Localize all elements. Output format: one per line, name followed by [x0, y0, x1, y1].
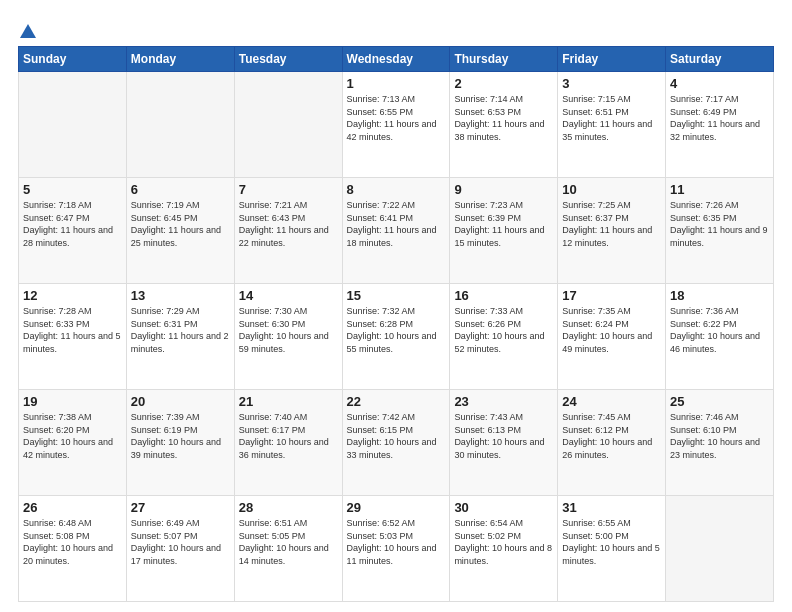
- day-info: Sunrise: 7:29 AM Sunset: 6:31 PM Dayligh…: [131, 305, 230, 355]
- day-number: 13: [131, 288, 230, 303]
- calendar-cell: 13Sunrise: 7:29 AM Sunset: 6:31 PM Dayli…: [126, 284, 234, 390]
- day-info: Sunrise: 7:33 AM Sunset: 6:26 PM Dayligh…: [454, 305, 553, 355]
- day-number: 16: [454, 288, 553, 303]
- day-info: Sunrise: 6:54 AM Sunset: 5:02 PM Dayligh…: [454, 517, 553, 567]
- day-info: Sunrise: 7:19 AM Sunset: 6:45 PM Dayligh…: [131, 199, 230, 249]
- svg-marker-0: [20, 24, 36, 38]
- calendar-cell: 16Sunrise: 7:33 AM Sunset: 6:26 PM Dayli…: [450, 284, 558, 390]
- calendar-cell: 22Sunrise: 7:42 AM Sunset: 6:15 PM Dayli…: [342, 390, 450, 496]
- day-number: 21: [239, 394, 338, 409]
- calendar-cell: 24Sunrise: 7:45 AM Sunset: 6:12 PM Dayli…: [558, 390, 666, 496]
- calendar-cell: 15Sunrise: 7:32 AM Sunset: 6:28 PM Dayli…: [342, 284, 450, 390]
- logo-icon: [19, 22, 37, 40]
- calendar-cell: 26Sunrise: 6:48 AM Sunset: 5:08 PM Dayli…: [19, 496, 127, 602]
- day-number: 11: [670, 182, 769, 197]
- calendar-cell: 25Sunrise: 7:46 AM Sunset: 6:10 PM Dayli…: [666, 390, 774, 496]
- day-number: 2: [454, 76, 553, 91]
- day-number: 17: [562, 288, 661, 303]
- calendar-cell: [19, 72, 127, 178]
- day-number: 12: [23, 288, 122, 303]
- day-number: 14: [239, 288, 338, 303]
- calendar-cell: 6Sunrise: 7:19 AM Sunset: 6:45 PM Daylig…: [126, 178, 234, 284]
- calendar-cell: 9Sunrise: 7:23 AM Sunset: 6:39 PM Daylig…: [450, 178, 558, 284]
- day-number: 10: [562, 182, 661, 197]
- day-info: Sunrise: 7:22 AM Sunset: 6:41 PM Dayligh…: [347, 199, 446, 249]
- calendar-cell: 27Sunrise: 6:49 AM Sunset: 5:07 PM Dayli…: [126, 496, 234, 602]
- calendar-cell: 30Sunrise: 6:54 AM Sunset: 5:02 PM Dayli…: [450, 496, 558, 602]
- day-info: Sunrise: 7:17 AM Sunset: 6:49 PM Dayligh…: [670, 93, 769, 143]
- header: [18, 18, 774, 38]
- calendar-cell: [234, 72, 342, 178]
- logo: [18, 22, 38, 38]
- calendar-cell: 4Sunrise: 7:17 AM Sunset: 6:49 PM Daylig…: [666, 72, 774, 178]
- day-info: Sunrise: 6:52 AM Sunset: 5:03 PM Dayligh…: [347, 517, 446, 567]
- day-info: Sunrise: 7:18 AM Sunset: 6:47 PM Dayligh…: [23, 199, 122, 249]
- calendar-week-row: 26Sunrise: 6:48 AM Sunset: 5:08 PM Dayli…: [19, 496, 774, 602]
- day-number: 30: [454, 500, 553, 515]
- calendar-table: SundayMondayTuesdayWednesdayThursdayFrid…: [18, 46, 774, 602]
- calendar-cell: 10Sunrise: 7:25 AM Sunset: 6:37 PM Dayli…: [558, 178, 666, 284]
- day-info: Sunrise: 7:21 AM Sunset: 6:43 PM Dayligh…: [239, 199, 338, 249]
- day-number: 3: [562, 76, 661, 91]
- day-number: 4: [670, 76, 769, 91]
- day-info: Sunrise: 7:42 AM Sunset: 6:15 PM Dayligh…: [347, 411, 446, 461]
- day-number: 18: [670, 288, 769, 303]
- calendar-week-row: 5Sunrise: 7:18 AM Sunset: 6:47 PM Daylig…: [19, 178, 774, 284]
- day-info: Sunrise: 7:26 AM Sunset: 6:35 PM Dayligh…: [670, 199, 769, 249]
- calendar-cell: 29Sunrise: 6:52 AM Sunset: 5:03 PM Dayli…: [342, 496, 450, 602]
- calendar-cell: 19Sunrise: 7:38 AM Sunset: 6:20 PM Dayli…: [19, 390, 127, 496]
- day-number: 7: [239, 182, 338, 197]
- day-info: Sunrise: 7:39 AM Sunset: 6:19 PM Dayligh…: [131, 411, 230, 461]
- day-number: 31: [562, 500, 661, 515]
- day-info: Sunrise: 7:25 AM Sunset: 6:37 PM Dayligh…: [562, 199, 661, 249]
- day-info: Sunrise: 7:35 AM Sunset: 6:24 PM Dayligh…: [562, 305, 661, 355]
- day-info: Sunrise: 7:45 AM Sunset: 6:12 PM Dayligh…: [562, 411, 661, 461]
- calendar-week-row: 19Sunrise: 7:38 AM Sunset: 6:20 PM Dayli…: [19, 390, 774, 496]
- day-info: Sunrise: 7:30 AM Sunset: 6:30 PM Dayligh…: [239, 305, 338, 355]
- calendar-cell: 14Sunrise: 7:30 AM Sunset: 6:30 PM Dayli…: [234, 284, 342, 390]
- calendar-cell: 8Sunrise: 7:22 AM Sunset: 6:41 PM Daylig…: [342, 178, 450, 284]
- calendar-cell: 2Sunrise: 7:14 AM Sunset: 6:53 PM Daylig…: [450, 72, 558, 178]
- day-info: Sunrise: 7:23 AM Sunset: 6:39 PM Dayligh…: [454, 199, 553, 249]
- calendar-week-row: 1Sunrise: 7:13 AM Sunset: 6:55 PM Daylig…: [19, 72, 774, 178]
- calendar-cell: [126, 72, 234, 178]
- header-saturday: Saturday: [666, 47, 774, 72]
- day-number: 15: [347, 288, 446, 303]
- day-number: 25: [670, 394, 769, 409]
- calendar-cell: 21Sunrise: 7:40 AM Sunset: 6:17 PM Dayli…: [234, 390, 342, 496]
- calendar-header-row: SundayMondayTuesdayWednesdayThursdayFrid…: [19, 47, 774, 72]
- day-number: 8: [347, 182, 446, 197]
- day-number: 9: [454, 182, 553, 197]
- calendar-cell: 28Sunrise: 6:51 AM Sunset: 5:05 PM Dayli…: [234, 496, 342, 602]
- day-number: 20: [131, 394, 230, 409]
- day-number: 27: [131, 500, 230, 515]
- day-info: Sunrise: 7:38 AM Sunset: 6:20 PM Dayligh…: [23, 411, 122, 461]
- day-info: Sunrise: 7:13 AM Sunset: 6:55 PM Dayligh…: [347, 93, 446, 143]
- calendar-cell: 18Sunrise: 7:36 AM Sunset: 6:22 PM Dayli…: [666, 284, 774, 390]
- header-friday: Friday: [558, 47, 666, 72]
- day-number: 19: [23, 394, 122, 409]
- day-number: 5: [23, 182, 122, 197]
- day-info: Sunrise: 7:14 AM Sunset: 6:53 PM Dayligh…: [454, 93, 553, 143]
- calendar-cell: 7Sunrise: 7:21 AM Sunset: 6:43 PM Daylig…: [234, 178, 342, 284]
- calendar-cell: 12Sunrise: 7:28 AM Sunset: 6:33 PM Dayli…: [19, 284, 127, 390]
- day-info: Sunrise: 7:43 AM Sunset: 6:13 PM Dayligh…: [454, 411, 553, 461]
- day-info: Sunrise: 7:36 AM Sunset: 6:22 PM Dayligh…: [670, 305, 769, 355]
- header-sunday: Sunday: [19, 47, 127, 72]
- day-number: 22: [347, 394, 446, 409]
- day-number: 28: [239, 500, 338, 515]
- day-number: 29: [347, 500, 446, 515]
- day-number: 24: [562, 394, 661, 409]
- day-info: Sunrise: 6:51 AM Sunset: 5:05 PM Dayligh…: [239, 517, 338, 567]
- day-info: Sunrise: 7:32 AM Sunset: 6:28 PM Dayligh…: [347, 305, 446, 355]
- calendar-cell: 23Sunrise: 7:43 AM Sunset: 6:13 PM Dayli…: [450, 390, 558, 496]
- calendar-cell: 31Sunrise: 6:55 AM Sunset: 5:00 PM Dayli…: [558, 496, 666, 602]
- day-info: Sunrise: 7:46 AM Sunset: 6:10 PM Dayligh…: [670, 411, 769, 461]
- calendar-cell: 17Sunrise: 7:35 AM Sunset: 6:24 PM Dayli…: [558, 284, 666, 390]
- header-tuesday: Tuesday: [234, 47, 342, 72]
- day-number: 26: [23, 500, 122, 515]
- calendar-cell: 3Sunrise: 7:15 AM Sunset: 6:51 PM Daylig…: [558, 72, 666, 178]
- day-info: Sunrise: 6:55 AM Sunset: 5:00 PM Dayligh…: [562, 517, 661, 567]
- header-thursday: Thursday: [450, 47, 558, 72]
- page: SundayMondayTuesdayWednesdayThursdayFrid…: [0, 0, 792, 612]
